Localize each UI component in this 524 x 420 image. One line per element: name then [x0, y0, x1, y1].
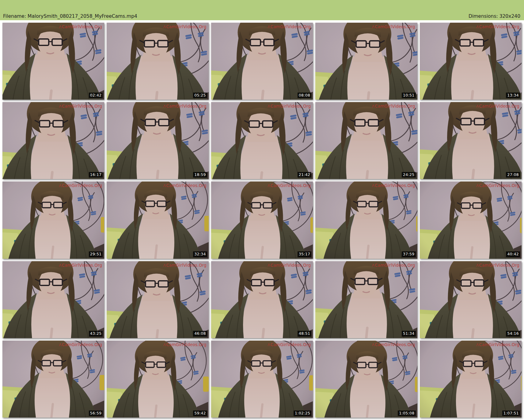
frame-placeholder-art: [211, 341, 313, 418]
timestamp-badge: 08:08: [298, 93, 312, 98]
frame-placeholder-art: [420, 341, 522, 418]
video-thumbnail: ΛCamGirlVideos.Org 1:07:51: [420, 341, 522, 418]
timestamp-badge: 27:08: [506, 172, 520, 178]
frame-placeholder-art: [107, 341, 208, 418]
video-thumbnail: ΛCamGirlVideos.Org 43:25: [2, 261, 104, 338]
timestamp-badge: 1:07:51: [502, 410, 520, 416]
video-thumbnail: ΛCamGirlVideos.Org 59:42: [107, 341, 208, 418]
video-thumbnail: ΛCamGirlVideos.Org 08:08: [211, 23, 313, 100]
timestamp-badge: 43:25: [89, 331, 103, 336]
timestamp-badge: 1:02:25: [294, 410, 311, 416]
thumbnail-grid: ΛCamGirlVideos.Org 02:42: [0, 20, 524, 420]
video-thumbnail: ΛCamGirlVideos.Org 05:25: [107, 23, 208, 100]
video-thumbnail: ΛCamGirlVideos.Org 18:59: [107, 102, 208, 179]
timestamp-badge: 46:08: [193, 331, 207, 336]
frame-placeholder-art: [420, 102, 522, 179]
timestamp-badge: 18:59: [193, 172, 207, 178]
timestamp-badge: 37:59: [402, 251, 416, 257]
video-thumbnail: ΛCamGirlVideos.Org 16:17: [2, 102, 104, 179]
frame-placeholder-art: [211, 181, 313, 258]
timestamp-badge: 40:42: [506, 251, 520, 257]
timestamp-badge: 56:59: [89, 410, 103, 416]
frame-placeholder-art: [107, 23, 208, 100]
video-thumbnail: ΛCamGirlVideos.Org 24:25: [315, 102, 417, 179]
frame-placeholder-art: [315, 102, 417, 179]
frame-placeholder-art: [420, 23, 522, 100]
metadata-header: Filename: MalorySmith_080217_2058_MyFree…: [0, 0, 524, 20]
frame-placeholder-art: [2, 181, 104, 258]
video-thumbnail: ΛCamGirlVideos.Org 21:42: [211, 102, 313, 179]
video-thumbnail: ΛCamGirlVideos.Org 48:51: [211, 261, 313, 338]
video-thumbnail: ΛCamGirlVideos.Org 56:59: [2, 341, 104, 418]
frame-placeholder-art: [420, 261, 522, 338]
dimensions-line: Dimensions: 320x240: [457, 13, 520, 19]
timestamp-badge: 59:42: [193, 410, 207, 416]
timestamp-badge: 29:51: [89, 251, 103, 257]
video-thumbnail: ΛCamGirlVideos.Org 46:08: [107, 261, 208, 338]
frame-placeholder-art: [2, 341, 104, 418]
timestamp-badge: 48:51: [298, 331, 312, 336]
video-thumbnail: ΛCamGirlVideos.Org 02:42: [2, 23, 104, 100]
timestamp-badge: 02:42: [89, 93, 103, 98]
video-thumbnail: ΛCamGirlVideos.Org 32:34: [107, 181, 208, 258]
timestamp-badge: 24:25: [402, 172, 416, 178]
timestamp-badge: 13:34: [506, 93, 520, 98]
frame-placeholder-art: [2, 261, 104, 338]
frame-placeholder-art: [107, 102, 208, 179]
video-thumbnail: ΛCamGirlVideos.Org 37:59: [315, 181, 417, 258]
video-thumbnail: ΛCamGirlVideos.Org 1:02:25: [211, 341, 313, 418]
video-thumbnail: ΛCamGirlVideos.Org 40:42: [420, 181, 522, 258]
timestamp-badge: 05:25: [193, 93, 207, 98]
video-thumbnail: ΛCamGirlVideos.Org 51:34: [315, 261, 417, 338]
frame-placeholder-art: [211, 23, 313, 100]
frame-placeholder-art: [315, 23, 417, 100]
filename-line: Filename: MalorySmith_080217_2058_MyFree…: [3, 13, 137, 19]
timestamp-badge: 51:34: [402, 331, 416, 336]
frame-placeholder-art: [2, 102, 104, 179]
timestamp-badge: 1:05:08: [398, 410, 416, 416]
frame-placeholder-art: [211, 261, 313, 338]
timestamp-badge: 21:42: [298, 172, 312, 178]
frame-placeholder-art: [420, 181, 522, 258]
video-thumbnail: ΛCamGirlVideos.Org 10:51: [315, 23, 417, 100]
frame-placeholder-art: [107, 181, 208, 258]
frame-placeholder-art: [315, 181, 417, 258]
video-thumbnail: ΛCamGirlVideos.Org 54:16: [420, 261, 522, 338]
video-thumbnail: ΛCamGirlVideos.Org 29:51: [2, 181, 104, 258]
timestamp-badge: 32:34: [193, 251, 207, 257]
video-thumbnail: ΛCamGirlVideos.Org 13:34: [420, 23, 522, 100]
frame-placeholder-art: [211, 102, 313, 179]
timestamp-badge: 35:17: [298, 251, 312, 257]
video-thumbnail: ΛCamGirlVideos.Org 35:17: [211, 181, 313, 258]
frame-placeholder-art: [107, 261, 208, 338]
timestamp-badge: 16:17: [89, 172, 103, 178]
video-thumbnail: ΛCamGirlVideos.Org 27:08: [420, 102, 522, 179]
video-thumbnail: ΛCamGirlVideos.Org 1:05:08: [315, 341, 417, 418]
frame-placeholder-art: [2, 23, 104, 100]
frame-placeholder-art: [315, 341, 417, 418]
frame-placeholder-art: [315, 261, 417, 338]
timestamp-badge: 54:16: [506, 331, 520, 336]
timestamp-badge: 10:51: [402, 93, 416, 98]
